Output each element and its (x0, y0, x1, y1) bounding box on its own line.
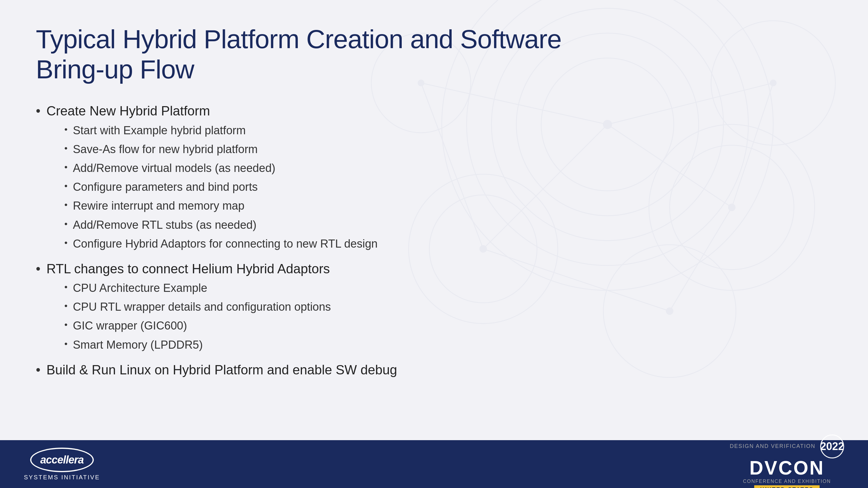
dvcon-wordmark: DVCON (749, 458, 825, 478)
bullet-build: • (36, 361, 40, 378)
content-area: Typical Hybrid Platform Creation and Sof… (0, 0, 868, 440)
sub-item-rtl-1: • CPU Architecture Example (64, 280, 832, 296)
sub-item-create-4: • Configure parameters and bind ports (64, 179, 832, 195)
item-content-build: Build & Run Linux on Hybrid Platform and… (46, 361, 832, 378)
accellera-logo: accellera SYSTEMS INITIATIVE (24, 448, 100, 481)
sub-item-text-create-5: Rewire interrupt and memory map (73, 198, 832, 214)
dvcon-label-top: DESIGN AND VERIFICATION (730, 443, 815, 450)
dvcon-conf-label: CONFERENCE AND EXHIBITION (743, 479, 831, 484)
footer-left: accellera SYSTEMS INITIATIVE (24, 448, 100, 481)
sub-bullet-7: • (64, 236, 67, 249)
dvcon-top-label: DESIGN AND VERIFICATION (730, 443, 815, 450)
sub-item-text-create-7: Configure Hybrid Adaptors for connecting… (73, 236, 832, 252)
sub-item-text-create-4: Configure parameters and bind ports (73, 179, 832, 195)
slide: Typical Hybrid Platform Creation and Sof… (0, 0, 868, 488)
sub-item-rtl-3: • GIC wrapper (GIC600) (64, 318, 832, 334)
sub-item-text-rtl-1: CPU Architecture Example (73, 280, 832, 296)
sub-bullet-4: • (64, 179, 67, 193)
sub-bullet-rtl-3: • (64, 318, 67, 331)
sub-item-text-rtl-2: CPU RTL wrapper details and configuratio… (73, 299, 832, 315)
sub-bullet-rtl-2: • (64, 299, 67, 313)
sub-bullet-6: • (64, 217, 67, 231)
main-list: • Create New Hybrid Platform • Start wit… (36, 102, 832, 378)
sub-bullet-rtl-4: • (64, 337, 67, 350)
sub-item-create-3: • Add/Remove virtual models (as needed) (64, 160, 832, 176)
bullet-rtl: • (36, 260, 40, 277)
sub-item-create-2: • Save-As flow for new hybrid platform (64, 141, 832, 157)
bullet-create: • (36, 102, 40, 119)
list-item-create: • Create New Hybrid Platform • Start wit… (36, 102, 832, 255)
sub-bullet-5: • (64, 198, 67, 211)
sub-item-text-create-2: Save-As flow for new hybrid platform (73, 141, 832, 157)
accellera-subtitle: SYSTEMS INITIATIVE (24, 474, 100, 481)
dvcon-region-badge: UNITED STATES (754, 485, 819, 488)
accellera-wordmark: accellera (40, 454, 84, 466)
slide-title: Typical Hybrid Platform Creation and Sof… (36, 24, 832, 84)
item-content-create: Create New Hybrid Platform • Start with … (46, 102, 832, 255)
sub-item-create-5: • Rewire interrupt and memory map (64, 198, 832, 214)
dvcon-bottom: CONFERENCE AND EXHIBITION UNITED STATES (743, 479, 831, 488)
sub-item-rtl-2: • CPU RTL wrapper details and configurat… (64, 299, 832, 315)
sub-list-rtl: • CPU Architecture Example • CPU RTL wra… (46, 280, 832, 353)
sub-item-text-create-6: Add/Remove RTL stubs (as needed) (73, 217, 832, 233)
main-item-text-build: Build & Run Linux on Hybrid Platform and… (46, 363, 397, 377)
sub-item-rtl-4: • Smart Memory (LPDDR5) (64, 337, 832, 353)
footer-right: DESIGN AND VERIFICATION 2022 DVCON CONFE… (730, 434, 844, 488)
item-content-rtl: RTL changes to connect Helium Hybrid Ada… (46, 260, 832, 356)
sub-list-create: • Start with Example hybrid platform • S… (46, 123, 832, 252)
sub-bullet-3: • (64, 160, 67, 174)
sub-item-create-1: • Start with Example hybrid platform (64, 123, 832, 139)
list-item-rtl: • RTL changes to connect Helium Hybrid A… (36, 260, 832, 356)
sub-bullet-2: • (64, 141, 67, 155)
list-item-build: • Build & Run Linux on Hybrid Platform a… (36, 361, 832, 378)
main-item-text-rtl: RTL changes to connect Helium Hybrid Ada… (46, 261, 330, 276)
sub-item-text-create-3: Add/Remove virtual models (as needed) (73, 160, 832, 176)
dvcon-top: DESIGN AND VERIFICATION 2022 (730, 434, 844, 458)
main-item-text-create: Create New Hybrid Platform (46, 104, 210, 118)
sub-item-create-7: • Configure Hybrid Adaptors for connecti… (64, 236, 832, 252)
dvcon-year-badge: 2022 (820, 434, 844, 458)
sub-item-text-rtl-4: Smart Memory (LPDDR5) (73, 337, 832, 353)
sub-item-create-6: • Add/Remove RTL stubs (as needed) (64, 217, 832, 233)
accellera-oval: accellera (30, 448, 94, 472)
footer: accellera SYSTEMS INITIATIVE DESIGN AND … (0, 440, 868, 488)
dvcon-logo: DESIGN AND VERIFICATION 2022 DVCON CONFE… (730, 434, 844, 488)
sub-item-text-rtl-3: GIC wrapper (GIC600) (73, 318, 832, 334)
sub-bullet-rtl-1: • (64, 280, 67, 294)
sub-bullet-1: • (64, 123, 67, 136)
sub-item-text-create-1: Start with Example hybrid platform (73, 123, 832, 139)
